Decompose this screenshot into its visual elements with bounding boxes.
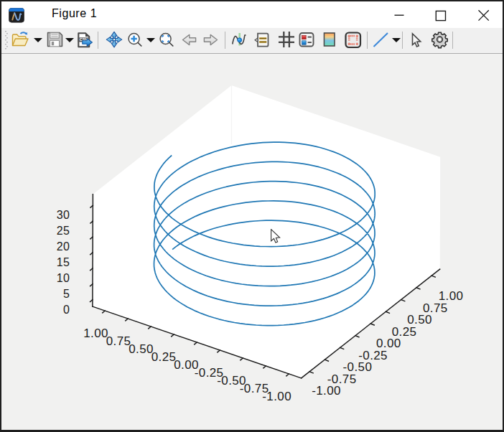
svg-text:0: 0 (63, 304, 70, 316)
svg-text:0.50: 0.50 (407, 313, 432, 327)
svg-text:25: 25 (57, 225, 70, 237)
svg-text:20: 20 (57, 240, 70, 253)
svg-text:0.50: 0.50 (129, 342, 154, 356)
svg-text:1.00: 1.00 (439, 289, 464, 303)
svg-text:30: 30 (57, 209, 70, 221)
svg-text:15: 15 (57, 256, 70, 268)
svg-text:0.00: 0.00 (376, 337, 401, 350)
svg-text:-0.25: -0.25 (358, 349, 388, 362)
svg-text:-1.00: -1.00 (262, 390, 291, 403)
svg-text:5: 5 (63, 288, 70, 300)
svg-text:0.75: 0.75 (423, 301, 448, 315)
svg-text:1.00: 1.00 (83, 327, 108, 340)
svg-text:-0.75: -0.75 (327, 372, 357, 386)
svg-text:-0.50: -0.50 (343, 360, 373, 374)
svg-text:0.75: 0.75 (106, 334, 131, 348)
svg-text:-1.00: -1.00 (312, 384, 341, 398)
svg-text:0.25: 0.25 (151, 350, 177, 364)
svg-text:10: 10 (57, 272, 70, 284)
svg-text:0.25: 0.25 (392, 325, 417, 339)
